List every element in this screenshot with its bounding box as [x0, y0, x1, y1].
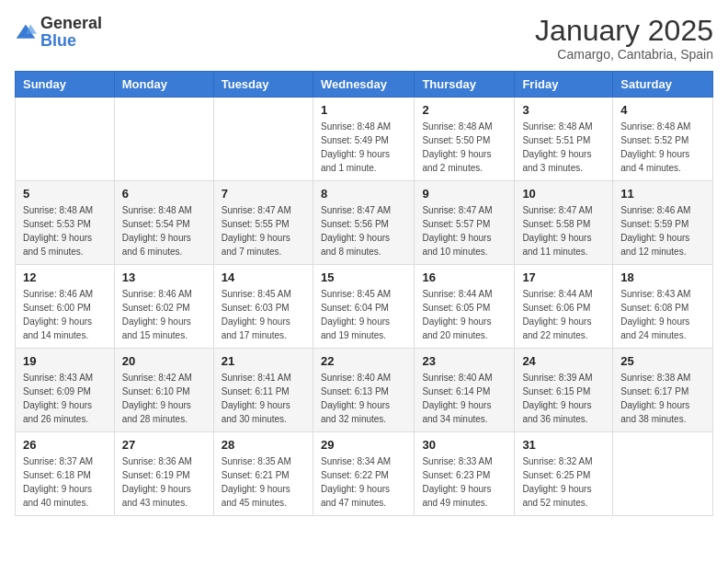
day-info: Sunrise: 8:43 AM Sunset: 6:08 PM Dayligh… — [620, 287, 705, 342]
day-info: Sunrise: 8:46 AM Sunset: 6:02 PM Dayligh… — [122, 287, 206, 342]
calendar-cell: 14Sunrise: 8:45 AM Sunset: 6:03 PM Dayli… — [213, 265, 313, 349]
calendar-week-row: 12Sunrise: 8:46 AM Sunset: 6:00 PM Dayli… — [16, 265, 713, 349]
day-info: Sunrise: 8:48 AM Sunset: 5:52 PM Dayligh… — [620, 120, 705, 175]
day-number: 24 — [522, 354, 605, 368]
day-number: 3 — [522, 103, 605, 117]
calendar-cell: 1Sunrise: 8:48 AM Sunset: 5:49 PM Daylig… — [313, 98, 414, 181]
page-header: General Blue January 2025 Camargo, Canta… — [15, 15, 713, 62]
calendar-cell: 4Sunrise: 8:48 AM Sunset: 5:52 PM Daylig… — [613, 98, 713, 181]
day-number: 17 — [522, 270, 605, 284]
calendar-cell: 24Sunrise: 8:39 AM Sunset: 6:15 PM Dayli… — [515, 349, 613, 432]
calendar-header-row: SundayMondayTuesdayWednesdayThursdayFrid… — [16, 72, 713, 98]
calendar-cell — [114, 98, 213, 181]
day-header-thursday: Thursday — [415, 72, 515, 98]
day-number: 4 — [620, 103, 705, 117]
calendar-week-row: 1Sunrise: 8:48 AM Sunset: 5:49 PM Daylig… — [16, 98, 713, 181]
day-info: Sunrise: 8:44 AM Sunset: 6:06 PM Dayligh… — [522, 287, 605, 342]
calendar-cell: 20Sunrise: 8:42 AM Sunset: 6:10 PM Dayli… — [114, 349, 213, 432]
calendar-cell: 16Sunrise: 8:44 AM Sunset: 6:05 PM Dayli… — [415, 265, 515, 349]
day-number: 14 — [222, 270, 305, 284]
logo: General Blue — [15, 15, 102, 50]
day-number: 30 — [422, 438, 506, 452]
calendar-cell: 28Sunrise: 8:35 AM Sunset: 6:21 PM Dayli… — [213, 432, 313, 516]
logo-text-general: General — [40, 14, 102, 32]
day-info: Sunrise: 8:48 AM Sunset: 5:50 PM Dayligh… — [422, 120, 506, 175]
day-number: 22 — [321, 354, 406, 368]
calendar-cell: 27Sunrise: 8:36 AM Sunset: 6:19 PM Dayli… — [114, 432, 213, 516]
day-info: Sunrise: 8:39 AM Sunset: 6:15 PM Dayligh… — [522, 371, 605, 426]
day-header-friday: Friday — [515, 72, 613, 98]
day-header-sunday: Sunday — [16, 72, 115, 98]
day-info: Sunrise: 8:48 AM Sunset: 5:53 PM Dayligh… — [23, 203, 107, 259]
day-number: 5 — [23, 187, 107, 201]
day-info: Sunrise: 8:46 AM Sunset: 6:00 PM Dayligh… — [23, 287, 107, 342]
calendar-cell: 11Sunrise: 8:46 AM Sunset: 5:59 PM Dayli… — [613, 181, 713, 265]
day-info: Sunrise: 8:44 AM Sunset: 6:05 PM Dayligh… — [422, 287, 506, 342]
calendar-cell: 26Sunrise: 8:37 AM Sunset: 6:18 PM Dayli… — [16, 432, 115, 516]
day-number: 27 — [122, 438, 206, 452]
day-info: Sunrise: 8:48 AM Sunset: 5:54 PM Dayligh… — [122, 203, 206, 259]
calendar-cell: 19Sunrise: 8:43 AM Sunset: 6:09 PM Dayli… — [16, 349, 115, 432]
day-number: 25 — [620, 354, 705, 368]
day-info: Sunrise: 8:37 AM Sunset: 6:18 PM Dayligh… — [23, 454, 107, 510]
calendar-week-row: 5Sunrise: 8:48 AM Sunset: 5:53 PM Daylig… — [16, 181, 713, 265]
day-number: 10 — [522, 187, 605, 201]
day-number: 12 — [23, 270, 107, 284]
day-number: 15 — [321, 270, 406, 284]
calendar-cell: 7Sunrise: 8:47 AM Sunset: 5:55 PM Daylig… — [213, 181, 313, 265]
calendar-cell: 30Sunrise: 8:33 AM Sunset: 6:23 PM Dayli… — [415, 432, 515, 516]
day-number: 21 — [222, 354, 305, 368]
calendar-cell — [613, 432, 713, 516]
calendar-cell: 18Sunrise: 8:43 AM Sunset: 6:08 PM Dayli… — [613, 265, 713, 349]
day-header-monday: Monday — [114, 72, 213, 98]
calendar-table: SundayMondayTuesdayWednesdayThursdayFrid… — [15, 71, 713, 516]
calendar-week-row: 19Sunrise: 8:43 AM Sunset: 6:09 PM Dayli… — [16, 349, 713, 432]
day-number: 9 — [422, 187, 506, 201]
day-info: Sunrise: 8:40 AM Sunset: 6:13 PM Dayligh… — [321, 371, 406, 426]
calendar-cell: 5Sunrise: 8:48 AM Sunset: 5:53 PM Daylig… — [16, 181, 115, 265]
calendar-cell: 2Sunrise: 8:48 AM Sunset: 5:50 PM Daylig… — [415, 98, 515, 181]
day-info: Sunrise: 8:47 AM Sunset: 5:57 PM Dayligh… — [422, 203, 506, 259]
day-number: 13 — [122, 270, 206, 284]
day-info: Sunrise: 8:47 AM Sunset: 5:55 PM Dayligh… — [222, 203, 305, 259]
calendar-cell: 12Sunrise: 8:46 AM Sunset: 6:00 PM Dayli… — [16, 265, 115, 349]
calendar-cell: 21Sunrise: 8:41 AM Sunset: 6:11 PM Dayli… — [213, 349, 313, 432]
calendar-week-row: 26Sunrise: 8:37 AM Sunset: 6:18 PM Dayli… — [16, 432, 713, 516]
day-number: 28 — [222, 438, 305, 452]
calendar-cell: 31Sunrise: 8:32 AM Sunset: 6:25 PM Dayli… — [515, 432, 613, 516]
calendar-cell — [16, 98, 115, 181]
logo-text-blue: Blue — [40, 31, 76, 50]
day-number: 19 — [23, 354, 107, 368]
day-number: 16 — [422, 270, 506, 284]
calendar-cell: 9Sunrise: 8:47 AM Sunset: 5:57 PM Daylig… — [415, 181, 515, 265]
day-number: 29 — [321, 438, 406, 452]
day-number: 8 — [321, 187, 406, 201]
day-number: 31 — [522, 438, 605, 452]
day-number: 18 — [620, 270, 705, 284]
title-block: January 2025 Camargo, Cantabria, Spain — [535, 15, 713, 62]
calendar-cell: 10Sunrise: 8:47 AM Sunset: 5:58 PM Dayli… — [515, 181, 613, 265]
day-info: Sunrise: 8:33 AM Sunset: 6:23 PM Dayligh… — [422, 454, 506, 510]
day-header-saturday: Saturday — [613, 72, 713, 98]
calendar-cell: 6Sunrise: 8:48 AM Sunset: 5:54 PM Daylig… — [114, 181, 213, 265]
day-number: 1 — [321, 103, 406, 117]
day-number: 11 — [620, 187, 705, 201]
calendar-cell: 3Sunrise: 8:48 AM Sunset: 5:51 PM Daylig… — [515, 98, 613, 181]
calendar-cell: 13Sunrise: 8:46 AM Sunset: 6:02 PM Dayli… — [114, 265, 213, 349]
day-info: Sunrise: 8:36 AM Sunset: 6:19 PM Dayligh… — [122, 454, 206, 510]
day-info: Sunrise: 8:35 AM Sunset: 6:21 PM Dayligh… — [222, 454, 305, 510]
calendar-cell: 25Sunrise: 8:38 AM Sunset: 6:17 PM Dayli… — [613, 349, 713, 432]
subtitle: Camargo, Cantabria, Spain — [535, 47, 713, 62]
day-info: Sunrise: 8:47 AM Sunset: 5:56 PM Dayligh… — [321, 203, 406, 259]
day-info: Sunrise: 8:32 AM Sunset: 6:25 PM Dayligh… — [522, 454, 605, 510]
day-info: Sunrise: 8:42 AM Sunset: 6:10 PM Dayligh… — [122, 371, 206, 426]
day-number: 20 — [122, 354, 206, 368]
calendar-cell: 29Sunrise: 8:34 AM Sunset: 6:22 PM Dayli… — [313, 432, 414, 516]
day-number: 6 — [122, 187, 206, 201]
day-info: Sunrise: 8:34 AM Sunset: 6:22 PM Dayligh… — [321, 454, 406, 510]
day-info: Sunrise: 8:48 AM Sunset: 5:49 PM Dayligh… — [321, 120, 406, 175]
calendar-cell — [213, 98, 313, 181]
day-number: 23 — [422, 354, 506, 368]
day-info: Sunrise: 8:48 AM Sunset: 5:51 PM Dayligh… — [522, 120, 605, 175]
calendar-cell: 8Sunrise: 8:47 AM Sunset: 5:56 PM Daylig… — [313, 181, 414, 265]
